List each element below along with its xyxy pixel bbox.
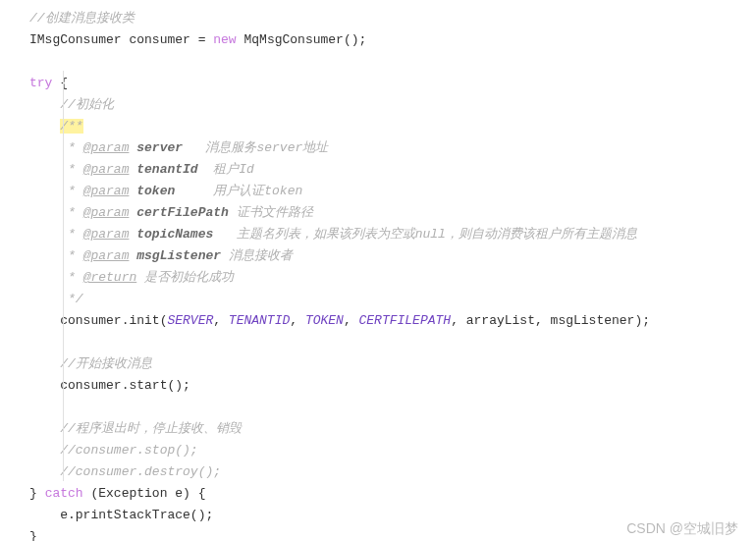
param-certfilepath: certFilePath	[129, 205, 228, 220]
comment-create: //创建消息接收类	[29, 11, 135, 26]
brace-close-2: }	[29, 529, 37, 541]
ctor: MqMsgConsumer();	[237, 32, 367, 47]
keyword-catch: catch	[45, 486, 83, 501]
var: consumer	[129, 32, 189, 47]
sep: ,	[535, 313, 551, 328]
arg-msglistener: msgListener	[551, 313, 635, 328]
arg-arraylist: arrayList	[466, 313, 535, 328]
sep: ,	[451, 313, 466, 328]
param-server: server	[129, 140, 183, 155]
indent-guide	[63, 71, 64, 481]
comment-start: //开始接收消息	[60, 356, 152, 371]
start-call: consumer.start();	[60, 378, 190, 393]
param-token: token	[129, 184, 175, 198]
eq: =	[190, 32, 213, 47]
catch-args: (Exception e) {	[83, 486, 206, 501]
comment-exit: //程序退出时，停止接收、销毁	[60, 421, 242, 436]
return-desc: 是否初始化成功	[136, 270, 234, 285]
comment-stop: //consumer.stop();	[60, 443, 197, 458]
param-msglistener-desc: 消息接收者	[229, 248, 293, 263]
param-tag: @param	[83, 205, 130, 220]
param-tag: @param	[83, 227, 130, 242]
param-certfilepath-desc: 证书文件路径	[237, 205, 313, 220]
param-server-desc: 消息服务server地址	[205, 140, 328, 155]
brace-close: }	[29, 486, 37, 501]
code-block: //创建消息接收类 IMsgConsumer consumer = new Mq…	[0, 8, 756, 541]
comment-init: //初始化	[60, 97, 114, 112]
param-tag: @param	[83, 184, 130, 198]
return-tag: @return	[83, 270, 137, 285]
param-tenantid: tenantId	[129, 162, 197, 177]
brace: {	[52, 76, 68, 90]
keyword-new: new	[213, 32, 236, 47]
const-certfilepath: CERTFILEPATH	[359, 313, 452, 328]
sep: ,	[344, 313, 359, 328]
const-tenantid: TENANTID	[229, 313, 290, 328]
printstacktrace: e.printStackTrace();	[60, 508, 213, 522]
param-tenantid-desc: 租户Id	[213, 162, 254, 177]
param-tag: @param	[83, 162, 130, 177]
param-msglistener: msgListener	[129, 248, 221, 263]
init-call-open: consumer.init(	[60, 313, 167, 328]
param-topicnames: topicNames	[129, 227, 213, 242]
init-call-close: );	[634, 313, 650, 328]
const-token: TOKEN	[305, 313, 344, 328]
param-token-desc: 用户认证token	[213, 184, 302, 198]
comment-destroy: //consumer.destroy();	[60, 464, 221, 479]
sep: ,	[290, 313, 305, 328]
param-tag: @param	[83, 248, 130, 263]
param-tag: @param	[83, 140, 130, 155]
const-server: SERVER	[167, 313, 213, 328]
keyword-try: try	[29, 76, 52, 90]
sep: ,	[213, 313, 229, 328]
param-topicnames-desc: 主题名列表，如果该列表为空或null，则自动消费该租户所有主题消息	[237, 227, 637, 242]
type: IMsgConsumer	[29, 32, 122, 47]
